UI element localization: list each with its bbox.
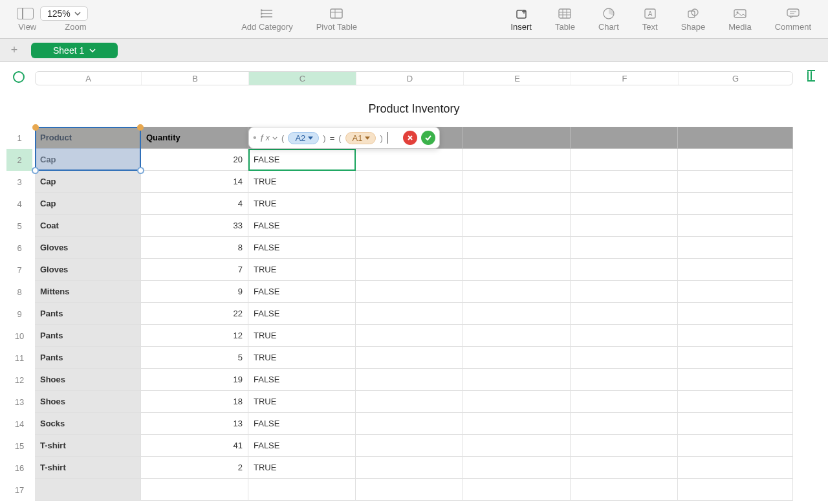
cell[interactable] [571,435,678,457]
row-8[interactable]: 8 [6,281,32,303]
cell[interactable] [356,457,463,479]
row-11[interactable]: 11 [6,347,32,369]
cell[interactable]: FALSE [248,435,356,457]
cell[interactable]: 12 [141,325,248,347]
table-handle-left[interactable] [13,71,25,83]
cell[interactable] [463,237,571,259]
cell[interactable]: FALSE [248,215,356,237]
cell[interactable]: TRUE [248,347,356,369]
cell[interactable] [463,149,571,171]
spreadsheet-grid[interactable]: A B C D E F G Product Inventory 12345678… [0,62,828,504]
cell[interactable] [571,259,678,281]
fx-icon[interactable]: fx [261,133,278,144]
cell[interactable] [678,259,793,281]
cell[interactable] [571,171,678,193]
cell[interactable] [571,479,678,501]
text-button[interactable]: A Text [631,0,670,38]
cell[interactable] [571,237,678,259]
cell[interactable] [571,391,678,413]
cell[interactable] [356,259,463,281]
cell[interactable]: TRUE [248,171,356,193]
table-button[interactable]: Table [543,0,587,38]
cell[interactable] [356,237,463,259]
cell[interactable]: Shoes [35,391,141,413]
cell[interactable] [678,303,793,325]
cell[interactable]: Gloves [35,259,141,281]
comment-button[interactable]: Comment [763,0,823,38]
cell[interactable]: Coat [35,215,141,237]
cell[interactable] [571,347,678,369]
cell[interactable] [463,369,571,391]
col-E[interactable]: E [464,72,571,85]
grid-cells[interactable]: ProductQuantityCap20FALSECap14TRUECap4TR… [35,127,793,501]
cell[interactable] [463,281,571,303]
row-15[interactable]: 15 [6,435,32,457]
cell[interactable]: Cap [35,149,141,171]
cell[interactable] [141,479,248,501]
row-2[interactable]: 2 [6,149,32,171]
cell[interactable]: FALSE [248,237,356,259]
cell[interactable]: 9 [141,281,248,303]
cell[interactable] [356,413,463,435]
cell[interactable] [571,149,678,171]
cell[interactable] [463,347,571,369]
cell[interactable] [678,435,793,457]
cell[interactable]: T-shirt [35,435,141,457]
row-14[interactable]: 14 [6,413,32,435]
cell[interactable]: Quantity [141,127,248,149]
cell[interactable] [571,281,678,303]
cell[interactable] [356,149,463,171]
cell[interactable]: FALSE [248,149,356,171]
cell[interactable] [35,479,141,501]
cell[interactable] [571,457,678,479]
cell[interactable] [678,281,793,303]
cell[interactable] [571,193,678,215]
row-3[interactable]: 3 [6,171,32,193]
row-10[interactable]: 10 [6,325,32,347]
cell[interactable]: TRUE [248,259,356,281]
cell[interactable] [678,215,793,237]
cell[interactable]: Cap [35,171,141,193]
cell[interactable] [678,149,793,171]
accept-formula-button[interactable] [421,131,435,145]
cell[interactable] [356,303,463,325]
chart-button[interactable]: Chart [587,0,631,38]
cell[interactable]: 22 [141,303,248,325]
cell[interactable] [678,325,793,347]
cell-ref-a2[interactable]: A2 [288,132,319,144]
cancel-formula-button[interactable] [403,131,417,145]
cell[interactable] [463,215,571,237]
col-A[interactable]: A [36,72,142,85]
col-C[interactable]: C [249,72,356,85]
cell[interactable] [463,171,571,193]
cell[interactable]: TRUE [248,391,356,413]
row-1[interactable]: 1 [6,127,32,149]
cell[interactable] [678,369,793,391]
cell[interactable]: 7 [141,259,248,281]
cell[interactable] [678,127,793,149]
row-9[interactable]: 9 [6,303,32,325]
cell[interactable]: 5 [141,347,248,369]
cell[interactable] [356,215,463,237]
cell[interactable] [463,193,571,215]
row-12[interactable]: 12 [6,369,32,391]
cell[interactable] [356,325,463,347]
cell[interactable] [571,369,678,391]
cell[interactable]: FALSE [248,413,356,435]
cell[interactable] [678,391,793,413]
cell[interactable]: TRUE [248,457,356,479]
add-sheet-button[interactable]: + [6,43,22,58]
cell[interactable]: Pants [35,347,141,369]
cell[interactable] [356,281,463,303]
cell[interactable] [678,457,793,479]
cell[interactable]: Gloves [35,237,141,259]
col-F[interactable]: F [571,72,679,85]
cell[interactable] [356,479,463,501]
cell-ref-a1[interactable]: A1 [345,132,376,144]
col-D[interactable]: D [356,72,464,85]
cell[interactable] [356,193,463,215]
shape-button[interactable]: Shape [670,0,717,38]
cell[interactable] [678,171,793,193]
table-title[interactable]: Product Inventory [0,102,828,116]
view-icon[interactable] [17,8,34,19]
